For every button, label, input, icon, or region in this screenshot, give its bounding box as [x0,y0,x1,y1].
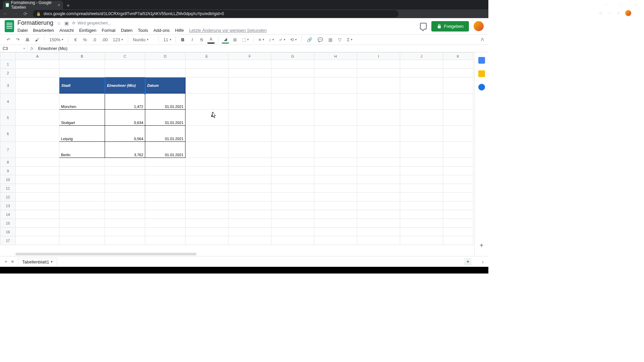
borders-button[interactable]: ⊞ [231,36,238,43]
decrease-decimal-button[interactable]: .0 [91,36,98,43]
keep-icon[interactable] [478,70,485,77]
more-formats-select[interactable]: 123 [111,37,124,43]
star-icon[interactable]: ☆ [57,20,61,26]
table-header-cell[interactable]: Einwohner (Mio) [105,77,145,94]
table-cell[interactable]: 01.01.2021 [145,94,185,110]
insert-chart-button[interactable]: ▥ [327,36,334,43]
tasks-icon[interactable] [478,84,485,90]
add-sheet-button[interactable]: + [5,259,7,264]
formula-input[interactable]: Einwohner (Mio) [37,46,488,51]
table-cell[interactable]: 01.01.2021 [145,142,185,158]
menu-file[interactable]: Datei [17,28,28,33]
nav-back-button[interactable]: ← [3,11,8,16]
new-tab-button[interactable]: + [63,2,73,9]
table-cell[interactable]: 01.01.2021 [145,110,185,126]
row-header[interactable]: 6 [0,126,16,142]
col-header[interactable]: E [185,53,228,60]
name-box[interactable]: C3 [0,46,27,51]
menu-insert[interactable]: Einfügen [79,28,96,33]
row-header[interactable]: 17 [0,236,16,245]
nav-reload-button[interactable]: ⟳ [23,11,28,16]
row-header[interactable]: 13 [0,201,16,210]
row-header[interactable]: 5 [0,110,16,126]
insert-link-button[interactable]: 🔗 [305,36,314,43]
table-cell[interactable]: 0,634 [105,110,145,126]
font-size-select[interactable]: 11 [162,37,172,43]
col-header[interactable]: B [59,53,105,60]
table-header-cell[interactable]: Stadt [59,77,105,94]
increase-decimal-button[interactable]: .00 [100,36,109,43]
menu-tools[interactable]: Tools [138,28,148,33]
font-select[interactable]: Nunito [131,37,155,43]
col-header[interactable]: F [228,53,271,60]
side-panel-toggle[interactable]: ‹ [482,259,484,264]
col-header[interactable]: G [271,53,314,60]
h-align-button[interactable]: ≡ [257,37,266,43]
table-cell[interactable]: Berlin [59,142,105,158]
table-cell[interactable]: München [59,94,105,110]
row-header[interactable]: 10 [0,175,16,184]
table-cell[interactable]: 1,472 [105,94,145,110]
table-cell[interactable]: 3,762 [105,142,145,158]
menu-format[interactable]: Format [102,28,115,33]
col-header[interactable]: A [16,53,59,60]
col-header[interactable]: I [357,53,400,60]
print-button[interactable]: 🖶 [23,36,31,43]
explore-button[interactable] [464,258,472,265]
table-cell[interactable]: Leipzig [59,126,105,142]
filter-button[interactable]: ▽ [336,36,343,43]
last-edit-link[interactable]: Letzte Änderung vor wenigen Sekunden [189,28,267,33]
merge-cells-button[interactable]: ⬚ [240,37,250,43]
all-sheets-button[interactable]: ≡ [11,259,14,264]
row-header[interactable]: 7 [0,142,16,158]
col-header[interactable]: H [314,53,357,60]
menu-help[interactable]: Hilfe [175,28,184,33]
row-header[interactable]: 12 [0,193,16,201]
account-avatar[interactable] [474,21,484,31]
calendar-icon[interactable] [478,57,485,64]
row-header[interactable]: 14 [0,210,16,219]
menu-view[interactable]: Ansicht [59,28,74,33]
browser-tab[interactable]: Formatierung - Google Tabellen × [3,1,63,9]
nav-forward-button[interactable]: → [13,11,18,16]
row-header[interactable]: 11 [0,184,16,193]
col-header[interactable]: D [145,53,185,60]
add-addon-icon[interactable]: + [480,242,484,249]
rotate-button[interactable]: ⟲ [289,37,298,43]
row-header[interactable]: 8 [0,158,16,167]
col-header[interactable]: J [400,53,443,60]
collapse-toolbar-button[interactable]: ᐱ [481,37,484,42]
comments-icon[interactable] [420,23,427,29]
menu-edit[interactable]: Bearbeiten [33,28,54,33]
undo-button[interactable]: ↶ [5,36,12,43]
menu-data[interactable]: Daten [121,28,132,33]
italic-button[interactable]: I [189,36,196,43]
row-header[interactable]: 1 [0,60,16,69]
wrap-button[interactable]: ⤶ [277,37,287,43]
table-cell[interactable]: Stuttgart [59,110,105,126]
col-header[interactable]: K [443,53,473,60]
redo-button[interactable]: ↷ [14,36,21,43]
select-all-corner[interactable] [0,53,16,60]
insert-comment-button[interactable]: 💬 [316,36,325,43]
share-button[interactable]: Freigeben [431,21,469,32]
row-header[interactable]: 9 [0,167,16,175]
functions-button[interactable]: Σ [345,37,354,43]
doc-title[interactable]: Formatierung [17,19,53,26]
row-header[interactable]: 2 [0,69,16,77]
zoom-select[interactable]: 150% [48,37,65,43]
row-header[interactable]: 4 [0,94,16,110]
menu-addons[interactable]: Add-ons [153,28,169,33]
v-align-button[interactable]: ↕ [268,37,276,43]
address-bar[interactable]: 🔒 docs.google.com/spreadsheets/d/1L0CRXr… [33,10,398,17]
spreadsheet-grid[interactable]: A B C D E F G H I J K 1 2 3 Stadt Einwoh… [0,52,488,256]
close-tab-icon[interactable]: × [58,2,60,8]
strikethrough-button[interactable]: S [198,36,205,43]
move-icon[interactable]: ▣ [64,20,69,26]
text-color-button[interactable]: A [207,36,215,44]
row-header[interactable]: 3 [0,77,16,94]
bold-button[interactable]: B [179,36,186,43]
paint-format-button[interactable]: 🖌 [33,36,41,43]
table-cell[interactable]: 01.01.2021 [145,126,185,142]
sheets-logo[interactable] [5,20,14,32]
